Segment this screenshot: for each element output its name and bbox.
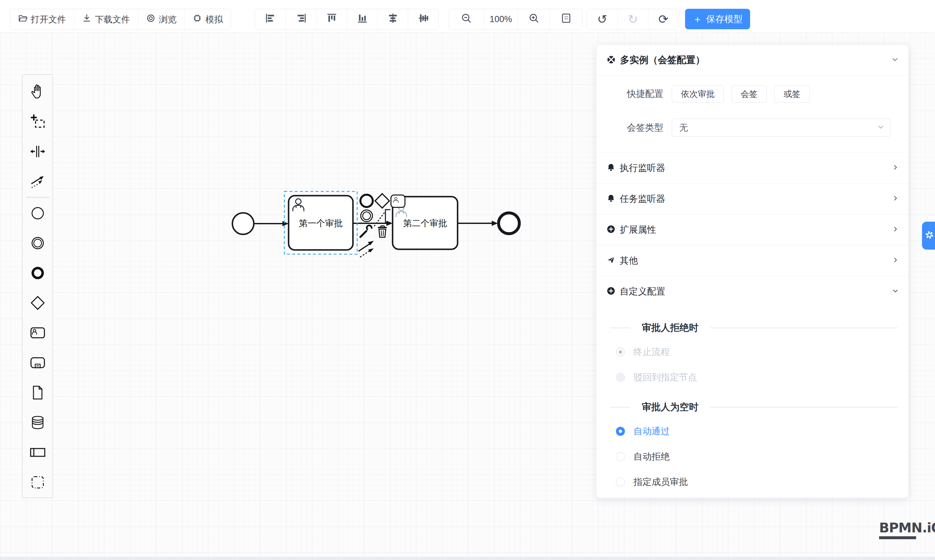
reset-icon: ⟳ xyxy=(658,13,669,25)
section-execution-listener[interactable]: 执行监听器 xyxy=(597,152,908,183)
folder-open-icon xyxy=(18,13,28,25)
section-other[interactable]: 其他 xyxy=(597,245,908,276)
data-object-icon xyxy=(29,385,46,401)
zoom-out-button[interactable] xyxy=(449,9,484,29)
chevron-right-icon xyxy=(892,257,899,265)
radio-unchecked xyxy=(616,477,625,486)
create-sub-process[interactable] xyxy=(22,348,53,378)
sub-process-icon xyxy=(29,355,46,371)
start-event-shape[interactable] xyxy=(232,213,254,234)
user-task-icon xyxy=(29,325,46,341)
append-task-icon[interactable] xyxy=(391,195,405,208)
create-start-event[interactable] xyxy=(22,198,53,228)
bell-icon xyxy=(607,194,615,204)
download-file-button[interactable]: 下载文件 xyxy=(74,9,138,29)
lasso-tool[interactable] xyxy=(22,107,53,137)
create-group[interactable] xyxy=(22,468,53,497)
quick-config-countersign-button[interactable]: 会签 xyxy=(732,85,767,103)
zoom-in-button[interactable] xyxy=(518,9,549,29)
bpmn-io-logo-underline xyxy=(879,536,916,539)
distribute-vertical-icon xyxy=(418,12,429,26)
horizontal-scrollbar[interactable] xyxy=(0,557,935,560)
zoom-level: 100% xyxy=(484,9,518,29)
bpmn-diagram: 第二个审批 第一个审批 xyxy=(214,175,540,280)
task-2-label: 第二个审批 xyxy=(403,218,447,228)
simulate-button[interactable]: 模拟 xyxy=(184,9,231,29)
gateway-icon xyxy=(29,295,46,311)
toolbar-zoom-group: 100% xyxy=(449,9,582,30)
save-model-button[interactable]: ＋ 保存模型 xyxy=(685,9,750,29)
hand-tool[interactable] xyxy=(22,77,53,107)
end-event-shape[interactable] xyxy=(498,213,519,234)
wrench-icon[interactable] xyxy=(360,225,372,237)
distribute-vertical-button[interactable] xyxy=(408,9,438,29)
settings-tab[interactable] xyxy=(922,222,935,249)
radio-disabled-unchecked xyxy=(616,373,625,382)
create-data-object[interactable] xyxy=(22,378,53,408)
radio-disabled-checked xyxy=(616,348,625,357)
open-file-button[interactable]: 打开文件 xyxy=(10,9,74,29)
download-icon xyxy=(82,13,92,25)
bpmn-io-logo[interactable]: BPMN.iO xyxy=(879,520,935,539)
intermediate-event-icon xyxy=(29,235,46,251)
chip-icon xyxy=(192,13,202,25)
create-end-event[interactable] xyxy=(22,258,53,288)
distribute-horizontal-button[interactable] xyxy=(377,9,408,29)
lasso-icon xyxy=(29,114,46,130)
multi-type-row: 会签类型 无 xyxy=(597,118,908,137)
plus-icon: ＋ xyxy=(692,14,702,24)
create-user-task[interactable] xyxy=(22,318,53,348)
chevron-down-icon xyxy=(878,124,884,132)
start-event-icon xyxy=(29,205,46,222)
properties-panel: 多实例（会签配置） 快捷配置 依次审批 会签 或签 会签类型 无 执行监听器 xyxy=(597,45,908,498)
create-intermediate-event[interactable] xyxy=(22,228,53,258)
section-extended-properties[interactable]: 扩展属性 xyxy=(597,214,908,245)
panel-header[interactable]: 多实例（会签配置） xyxy=(597,45,908,76)
radio-auto-pass[interactable]: 自动通过 xyxy=(597,421,908,442)
toolbar-history-group: ↺ ↻ ⟳ xyxy=(587,9,679,30)
connect-tool-icon[interactable] xyxy=(358,241,374,257)
bpmn-designer-app: 打开文件 下载文件 浏览 模拟 xyxy=(0,0,935,560)
trash-icon[interactable] xyxy=(378,226,387,237)
radio-return-to-node[interactable]: 驳回到指定节点 xyxy=(597,367,908,388)
multi-type-value: 无 xyxy=(679,122,878,134)
fit-viewport-button[interactable] xyxy=(549,9,582,29)
divider xyxy=(710,328,898,328)
radio-assign-member[interactable]: 指定成员审批 xyxy=(597,471,908,493)
create-participant-pool[interactable] xyxy=(22,437,53,468)
global-connect-tool[interactable] xyxy=(22,166,53,196)
connect-icon xyxy=(29,173,46,189)
multi-instance-icon xyxy=(607,55,615,65)
undo-button[interactable]: ↺ xyxy=(587,9,617,29)
align-right-button[interactable] xyxy=(286,9,316,29)
space-tool[interactable] xyxy=(22,137,53,166)
chevron-right-icon xyxy=(892,195,899,203)
chevron-down-icon xyxy=(892,56,899,65)
simulate-label: 模拟 xyxy=(205,14,223,25)
preview-button[interactable]: 浏览 xyxy=(138,9,184,29)
quick-config-sequential-button[interactable]: 依次审批 xyxy=(672,85,724,103)
create-data-store[interactable] xyxy=(22,408,53,437)
section-custom-config[interactable]: 自定义配置 xyxy=(597,276,908,307)
radio-terminate-process[interactable]: 终止流程 xyxy=(597,341,908,363)
multi-type-label: 会签类型 xyxy=(627,122,672,134)
create-gateway[interactable] xyxy=(22,288,53,318)
participant-pool-icon xyxy=(29,444,46,460)
divider xyxy=(610,328,630,328)
append-end-event-icon[interactable] xyxy=(360,195,373,207)
align-left-button[interactable] xyxy=(255,9,286,29)
append-gateway-icon[interactable] xyxy=(375,194,389,208)
redo-button[interactable]: ↻ xyxy=(617,9,648,29)
sequence-flow-1-arrowhead xyxy=(282,221,289,226)
align-top-button[interactable] xyxy=(316,9,347,29)
section-task-listener[interactable]: 任务监听器 xyxy=(597,183,908,214)
align-bottom-button[interactable] xyxy=(347,9,377,29)
task-1-shape[interactable]: 第一个审批 xyxy=(289,195,353,250)
reset-button[interactable]: ⟳ xyxy=(648,9,678,29)
toolbar-file-group: 打开文件 下载文件 浏览 模拟 xyxy=(10,9,231,30)
plus-circle-icon xyxy=(607,287,615,296)
radio-auto-reject[interactable]: 自动拒绝 xyxy=(597,446,908,468)
toolbar-align-group xyxy=(255,9,439,30)
multi-type-select[interactable]: 无 xyxy=(672,118,891,137)
quick-config-orsign-button[interactable]: 或签 xyxy=(775,85,810,103)
